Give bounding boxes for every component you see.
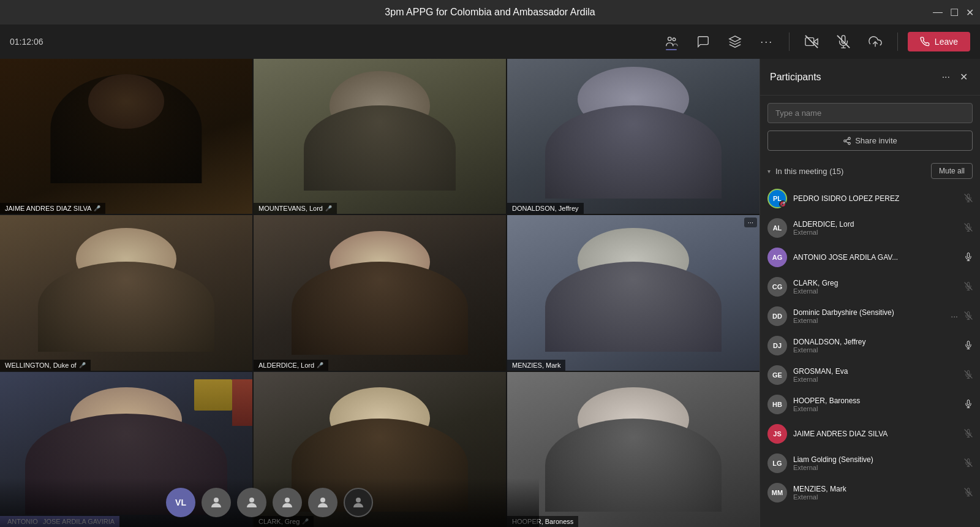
video-cell-4[interactable]: WELLINGTON, Duke of 🎤 <box>0 215 252 370</box>
participant-item[interactable]: LGLiam Golding (Sensitive)External <box>760 449 980 478</box>
participant-name: Liam Golding (Sensitive) <box>793 455 958 464</box>
share-invite-button[interactable]: Share invite <box>767 131 973 151</box>
participant-name: MENZIES, Mark <box>793 485 958 493</box>
apps-button[interactable] <box>723 29 747 54</box>
mic-off-icon-1: 🎤 <box>94 205 100 211</box>
participant-name: Dominic Darbyshire (Sensitive) <box>793 308 944 317</box>
participant-item[interactable]: AGANTONIO JOSE ARDILA GAV... <box>760 243 980 272</box>
maximize-button[interactable]: ☐ <box>950 7 959 18</box>
participant-avatar: DJ <box>767 336 787 355</box>
close-button[interactable]: ✕ <box>966 7 974 18</box>
participant-avatar: DD <box>767 306 787 326</box>
participant-item[interactable]: PL🎤PEDRO ISIDRO LOPEZ PEREZ <box>760 184 980 213</box>
participant-avatar: PL🎤 <box>767 189 787 208</box>
svg-point-13 <box>356 498 361 502</box>
participant-avatar: LG <box>767 453 787 473</box>
video-cell-3[interactable]: DONALDSON, Jeffrey <box>507 59 760 214</box>
bottom-avatar-p3[interactable] <box>273 488 302 517</box>
participant-info: GROSMAN, EvaExternal <box>793 367 958 383</box>
video-cell-2[interactable]: MOUNTEVANS, Lord 🎤 <box>254 59 506 214</box>
more-button[interactable]: ··· <box>755 29 779 54</box>
participant-mic-icon <box>964 400 973 410</box>
participant-item[interactable]: MMMENZIES, MarkExternal <box>760 478 980 507</box>
video-label-2: MOUNTEVANS, Lord 🎤 <box>254 203 337 214</box>
mic-toggle-button[interactable] <box>831 29 856 54</box>
bottom-avatar-p1[interactable] <box>202 488 231 517</box>
bottom-avatar-p4[interactable] <box>308 488 337 517</box>
svg-point-12 <box>320 498 325 502</box>
svg-point-16 <box>848 142 851 145</box>
mute-all-button[interactable]: Mute all <box>931 163 973 179</box>
participant-mic-icon <box>964 252 973 263</box>
minimize-button[interactable]: — <box>933 7 943 18</box>
bottom-avatar-p2[interactable] <box>237 488 266 517</box>
participant-avatar: AL <box>767 218 787 238</box>
camera-toggle-button[interactable] <box>799 29 824 54</box>
participant-role: External <box>793 287 958 295</box>
mic-off-icon-2: 🎤 <box>325 205 332 211</box>
participants-button[interactable] <box>659 29 684 54</box>
participant-item[interactable]: DDDominic Darbyshire (Sensitive)External… <box>760 301 980 331</box>
sidebar-more-button[interactable]: ··· <box>940 69 952 85</box>
participant-role: External <box>793 229 958 236</box>
participant-item[interactable]: ALALDERDICE, LordExternal <box>760 213 980 243</box>
call-timer: 01:12:06 <box>10 37 53 47</box>
participant-name: CLARK, Greg <box>793 279 958 287</box>
mic-off-icon-5: 🎤 <box>317 362 323 368</box>
participant-role: External <box>793 317 944 324</box>
participant-info: ALDERDICE, LordExternal <box>793 220 958 236</box>
participant-avatar: MM <box>767 483 787 502</box>
svg-point-11 <box>285 498 290 502</box>
search-input[interactable] <box>767 103 973 123</box>
participant-item[interactable]: JSJAIME ANDRES DIAZ SILVA <box>760 419 980 449</box>
video-cell-9[interactable]: HOOPER, Baroness <box>507 372 760 527</box>
svg-marker-2 <box>729 36 741 42</box>
participant-role: External <box>793 464 958 471</box>
sidebar-title: Participants <box>770 72 821 83</box>
meeting-count: ▾ In this meeting (15) <box>767 167 843 176</box>
video-cell-6[interactable]: MENZIES, Mark ··· <box>507 215 760 370</box>
participant-name: JAIME ANDRES DIAZ SILVA <box>793 430 958 438</box>
participant-name: PEDRO ISIDRO LOPEZ PEREZ <box>793 194 958 203</box>
svg-point-1 <box>673 38 676 41</box>
video-label-3: DONALDSON, Jeffrey <box>507 203 584 214</box>
titlebar: 3pm APPG for Colombia and Ambassador Ard… <box>0 0 980 25</box>
svg-line-18 <box>846 138 848 140</box>
share-screen-button[interactable] <box>863 29 888 54</box>
svg-point-10 <box>249 498 254 502</box>
video-label-1: JAIME ANDRES DIAZ SILVA 🎤 <box>0 203 105 214</box>
meeting-section: ▾ In this meeting (15) Mute all <box>760 158 980 184</box>
participant-item[interactable]: DJDONALDSON, JeffreyExternal <box>760 331 980 360</box>
participants-list: PL🎤PEDRO ISIDRO LOPEZ PEREZ ALALDERDICE,… <box>760 184 980 527</box>
bottom-avatar-vl[interactable]: VL <box>166 488 195 517</box>
cell-options-6: ··· <box>744 218 757 227</box>
chevron-icon: ▾ <box>767 168 771 175</box>
search-box <box>767 103 973 123</box>
leave-button[interactable]: Leave <box>908 32 970 51</box>
participant-role: External <box>793 405 958 412</box>
participant-role: External <box>793 376 958 383</box>
participant-mic-icon <box>964 223 973 233</box>
video-cell-1[interactable]: JAIME ANDRES DIAZ SILVA 🎤 <box>0 59 252 214</box>
participant-more-button[interactable]: ··· <box>951 311 958 321</box>
participant-name: ANTONIO JOSE ARDILA GAV... <box>793 253 958 262</box>
participant-mic-icon <box>964 370 973 381</box>
cell-options-btn-6[interactable]: ··· <box>744 218 757 227</box>
svg-point-9 <box>214 498 219 502</box>
participant-info: MENZIES, MarkExternal <box>793 485 958 501</box>
participant-item[interactable]: HBHOOPER, BaronessExternal <box>760 390 980 419</box>
chat-button[interactable] <box>691 29 715 54</box>
participant-role: External <box>793 346 958 354</box>
participant-name: GROSMAN, Eva <box>793 367 958 376</box>
sidebar-close-button[interactable]: ✕ <box>957 69 970 85</box>
participant-name: ALDERDICE, Lord <box>793 220 958 229</box>
video-cell-5[interactable]: ALDERDICE, Lord 🎤 <box>254 215 506 370</box>
topbar: 01:12:06 ··· <box>0 25 980 59</box>
participant-info: CLARK, GregExternal <box>793 279 958 295</box>
bottom-avatar-photo[interactable] <box>344 488 373 517</box>
participant-item[interactable]: GEGROSMAN, EvaExternal <box>760 360 980 390</box>
sidebar: Participants ··· ✕ Share invite ▾ In thi… <box>760 59 980 527</box>
mic-off-icon-4: 🎤 <box>79 362 86 368</box>
participant-name: HOOPER, Baroness <box>793 396 958 405</box>
participant-item[interactable]: CGCLARK, GregExternal <box>760 272 980 301</box>
